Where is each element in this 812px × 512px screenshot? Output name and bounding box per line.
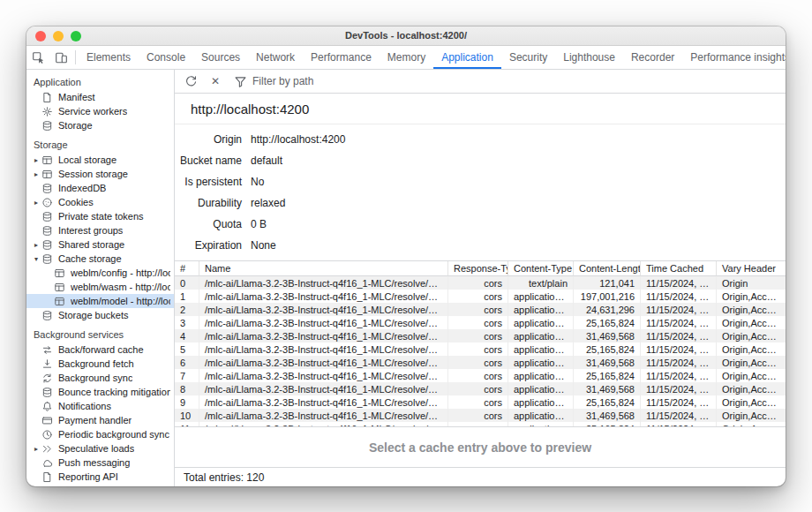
sidebar-item[interactable]: Back/forward cache [26,343,174,357]
devtools-tab[interactable]: Performance insights [682,46,786,69]
cache-origin-title: http://localhost:4200 [175,94,786,124]
sidebar-item[interactable]: weblm/model - http://loc… [26,294,174,308]
cache-entry-row[interactable]: 3 /mlc-ai/Llama-3.2-3B-Instruct-q4f16_1-… [175,316,786,329]
delete-selected-icon[interactable]: ✕ [204,75,227,87]
sidebar-item[interactable]: ▸ Cookies [26,195,174,209]
devtools-tab[interactable]: Performance [303,46,380,69]
sidebar-item[interactable]: Reporting API [26,470,174,484]
metadata-row: Bucket name default [175,150,786,171]
entry-vary-header: Origin,Access… [717,356,786,369]
sidebar-item[interactable]: Service workers [26,104,174,118]
devtools-tab[interactable]: Network [248,46,303,69]
sidebar-item[interactable]: ▾ Cache storage [26,252,174,266]
column-header-vary-header[interactable]: Vary Header [717,261,786,276]
sidebar-item[interactable]: Background fetch [26,357,174,371]
disclosure-arrow-icon[interactable]: ▸ [32,199,41,207]
refresh-icon[interactable] [179,75,202,88]
disclosure-arrow-icon[interactable]: ▸ [32,170,41,178]
cache-entry-row[interactable]: 9 /mlc-ai/Llama-3.2-3B-Instruct-q4f16_1-… [175,395,786,409]
cache-entry-row[interactable]: 5 /mlc-ai/Llama-3.2-3B-Instruct-q4f16_1-… [175,343,786,356]
entry-content-type: application/oc… [508,316,574,329]
entry-name: /mlc-ai/Llama-3.2-3B-Instruct-q4f16_1-ML… [199,316,448,329]
devtools-tab[interactable]: Lighthouse [555,46,623,69]
cache-entry-row[interactable]: 2 /mlc-ai/Llama-3.2-3B-Instruct-q4f16_1-… [175,303,786,316]
database-icon [41,309,54,322]
fullscreen-window-button[interactable] [71,31,81,41]
sidebar-item[interactable]: weblm/wasm - http://loca… [26,280,174,294]
entry-index: 5 [175,343,199,356]
window-titlebar[interactable]: DevTools - localhost:4200/ [26,26,786,46]
devtools-tab[interactable]: Memory [380,46,433,69]
entry-time-cached: 11/15/2024, 10… [641,369,717,382]
column-header-content-type[interactable]: Content-Type [508,261,574,276]
tab-label: Network [256,51,295,64]
entry-time-cached: 11/15/2024, 10… [641,382,717,395]
disclosure-arrow-icon[interactable]: ▸ [32,241,41,249]
metadata-row: Durability relaxed [175,192,786,214]
sidebar-item[interactable]: Manifest [26,90,174,104]
sidebar-item-label: Storage buckets [58,310,129,320]
sidebar-item[interactable]: ▸ Session storage [26,167,174,181]
toolbar-divider [75,50,76,64]
sidebar-item[interactable]: Push messaging [26,456,174,470]
sidebar-item[interactable]: Notifications [26,399,174,413]
entry-vary-header: Origin,Access… [717,369,786,382]
column-header-content-length[interactable]: Content-Length [574,261,641,276]
sidebar-item[interactable]: Periodic background sync [26,427,174,441]
entry-index: 9 [175,395,199,409]
tab-label: Memory [387,51,425,64]
column-header-response-type[interactable]: Response-Type [448,261,508,276]
sidebar-item-label: Private state tokens [58,211,144,222]
entry-vary-header: Origin,Access… [717,382,786,395]
device-toolbar-icon[interactable] [49,46,72,69]
disclosure-arrow-icon[interactable]: ▾ [32,255,41,263]
sidebar-item[interactable]: Storage [26,118,174,132]
disclosure-arrow-icon[interactable]: ▸ [32,445,41,453]
column-header-time-cached[interactable]: Time Cached [641,261,717,276]
devtools-tab[interactable]: Elements [79,46,139,69]
cache-entry-row[interactable]: 4 /mlc-ai/Llama-3.2-3B-Instruct-q4f16_1-… [175,329,786,343]
database-icon [41,238,54,252]
database-icon [41,252,54,266]
sidebar-item[interactable]: IndexedDB [26,181,174,195]
entry-response-type: cors [448,356,508,369]
metadata-row: Origin http://localhost:4200 [175,129,786,150]
sidebar-item[interactable]: Background sync [26,371,174,385]
sidebar-item[interactable]: weblm/config - http://loc… [26,266,174,280]
sidebar-item[interactable]: ▸ Shared storage [26,237,174,252]
devtools-tab[interactable]: Security [501,46,555,69]
sidebar-item[interactable]: Interest groups [26,223,174,237]
tab-label: Application [441,51,493,64]
sidebar-item[interactable]: Private state tokens [26,209,174,223]
sidebar-item[interactable]: Bounce tracking mitigations [26,385,174,399]
sidebar-item[interactable]: ▸ Local storage [26,153,174,167]
cache-entry-row[interactable]: 6 /mlc-ai/Llama-3.2-3B-Instruct-q4f16_1-… [175,356,786,369]
disclosure-arrow-icon[interactable]: ▸ [32,156,41,164]
sidebar-item[interactable]: ▸ Speculative loads [26,441,174,456]
entry-name: /mlc-ai/Llama-3.2-3B-Instruct-q4f16_1-ML… [199,395,448,409]
column-header-index[interactable]: # [175,261,199,276]
minimize-window-button[interactable] [53,31,64,41]
table-icon [41,168,54,181]
cache-entry-row[interactable]: 10 /mlc-ai/Llama-3.2-3B-Instruct-q4f16_1… [175,409,786,422]
devtools-tab[interactable]: Application [433,46,501,69]
filter-input[interactable]: Filter by path [232,75,313,88]
column-header-name[interactable]: Name [199,261,448,276]
payment-icon [41,414,54,427]
devtools-tab[interactable]: Console [139,46,193,69]
document-icon [41,471,54,484]
panel-tabs: Elements Console Sources Network [79,46,786,69]
entry-vary-header: Origin,Access… [717,303,786,316]
close-window-button[interactable] [35,31,46,41]
cache-entry-row[interactable]: 8 /mlc-ai/Llama-3.2-3B-Instruct-q4f16_1-… [175,382,786,395]
cache-entry-row[interactable]: 7 /mlc-ai/Llama-3.2-3B-Instruct-q4f16_1-… [175,369,786,382]
traffic-lights [35,31,81,41]
entry-name: /mlc-ai/Llama-3.2-3B-Instruct-q4f16_1-ML… [199,343,448,356]
sidebar-item[interactable]: Payment handler [26,413,174,427]
sidebar-item[interactable]: Storage buckets [26,308,174,322]
cache-entry-row[interactable]: 0 /mlc-ai/Llama-3.2-3B-Instruct-q4f16_1-… [175,276,786,290]
inspect-element-icon[interactable] [26,46,49,69]
devtools-tab[interactable]: Sources [193,46,248,69]
cache-entry-row[interactable]: 1 /mlc-ai/Llama-3.2-3B-Instruct-q4f16_1-… [175,290,786,303]
devtools-tab[interactable]: Recorder [623,46,682,69]
